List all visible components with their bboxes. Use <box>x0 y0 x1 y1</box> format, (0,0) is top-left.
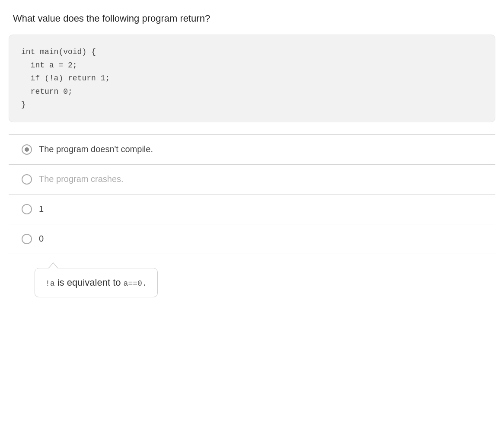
option-row-zero[interactable]: 0 <box>9 224 495 254</box>
tooltip-prefix: !a is equivalent to a==0. <box>45 277 147 288</box>
radio-crash[interactable] <box>22 174 32 185</box>
radio-one[interactable] <box>22 204 32 214</box>
code-block: int main(void) { int a = 2; if (!a) retu… <box>9 35 495 122</box>
tooltip-bubble: !a is equivalent to a==0. <box>35 268 158 297</box>
option-row-one[interactable]: 1 <box>9 194 495 224</box>
tooltip-middle: is equivalent to <box>57 277 124 288</box>
code-line-5: } <box>21 98 483 112</box>
tooltip-wrapper: !a is equivalent to a==0. <box>9 268 495 297</box>
option-label-one: 1 <box>39 204 44 214</box>
radio-compile[interactable] <box>22 144 32 155</box>
option-label-crash: The program crashes. <box>39 174 124 184</box>
code-line-3: if (!a) return 1; <box>21 72 483 85</box>
code-line-2: int a = 2; <box>21 59 483 72</box>
option-label-zero: 0 <box>39 234 44 244</box>
option-label-compile: The program doesn't compile. <box>39 144 153 154</box>
option-row-crash[interactable]: The program crashes. <box>9 165 495 194</box>
option-row-compile[interactable]: The program doesn't compile. <box>9 134 495 165</box>
radio-inner-compile <box>25 147 29 152</box>
radio-zero[interactable] <box>22 234 32 244</box>
code-line-4: return 0; <box>21 85 483 99</box>
question-text: What value does the following program re… <box>9 13 495 24</box>
options-container: The program doesn't compile. The program… <box>9 134 495 254</box>
tooltip-code-suffix: a==0. <box>124 279 147 288</box>
tooltip-code-prefix: !a <box>45 279 55 288</box>
code-line-1: int main(void) { <box>21 45 483 59</box>
